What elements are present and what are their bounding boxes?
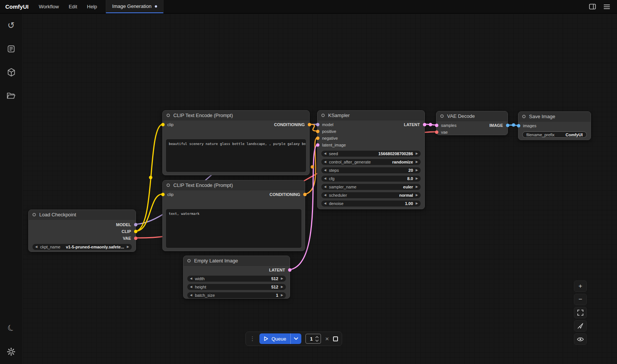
widget-steps[interactable]: ◀ steps 20 ▶ [321, 167, 421, 173]
collapse-dot[interactable] [440, 114, 444, 118]
menu-help[interactable]: Help [82, 0, 102, 13]
widget-control-after-generate[interactable]: ◀ control_after_generate randomize ▶ [321, 159, 421, 165]
zoom-in-button[interactable]: + [574, 281, 587, 292]
collapse-dot[interactable] [321, 114, 325, 117]
node-header[interactable]: KSampler [318, 111, 424, 120]
prompt-textarea[interactable]: text, watermark [166, 209, 301, 248]
widget-prev-icon[interactable]: ◀ [324, 152, 326, 155]
port-latent-image-input[interactable] [316, 143, 319, 147]
widget-next-icon[interactable]: ▶ [416, 185, 418, 188]
widget-sampler-name[interactable]: ◀ sampler_name euler ▶ [321, 184, 421, 190]
port-clip-input[interactable] [161, 123, 165, 126]
hamburger-menu-icon[interactable] [603, 4, 610, 9]
widget-prev-icon[interactable]: ◀ [324, 194, 326, 197]
widget-next-icon[interactable]: ▶ [416, 177, 418, 180]
port-image-output[interactable] [506, 124, 509, 127]
zoom-out-button[interactable]: − [574, 294, 587, 305]
collapse-dot[interactable] [167, 184, 170, 187]
widget-denoise[interactable]: ◀ denoise 1.00 ▶ [321, 201, 421, 207]
widget-next-icon[interactable]: ▶ [416, 202, 418, 205]
widget-prev-icon[interactable]: ◀ [324, 169, 326, 172]
port-vae-input[interactable] [435, 131, 438, 134]
node-clip-text-encode-positive[interactable]: CLIP Text Encode (Prompt) clip CONDITION… [162, 110, 310, 175]
collapse-dot[interactable] [32, 213, 36, 216]
widget-next-icon[interactable]: ▶ [416, 160, 418, 163]
widget-next-icon[interactable]: ▶ [281, 285, 283, 288]
widget-next-icon[interactable]: ▶ [281, 294, 283, 297]
widget-batch-size[interactable]: ◀ batch_size 1 ▶ [187, 292, 286, 298]
node-save-image[interactable]: Save Image images filename_prefix ComfyU… [518, 111, 591, 140]
widget-prev-icon[interactable]: ◀ [190, 294, 192, 297]
collapse-dot[interactable] [187, 259, 191, 262]
port-samples-input[interactable] [435, 124, 438, 127]
widget-prev-icon[interactable]: ◀ [324, 202, 326, 205]
model-library-icon[interactable] [6, 67, 16, 77]
port-positive-input[interactable] [316, 130, 319, 133]
port-conditioning-output[interactable] [308, 123, 311, 126]
widget-seed[interactable]: ◀ seed 156680208700286 ▶ [321, 151, 421, 157]
node-header[interactable]: Save Image [518, 112, 591, 122]
node-ksampler[interactable]: KSampler model LATENT positive negative … [317, 110, 425, 209]
port-negative-input[interactable] [316, 137, 319, 140]
widget-next-icon[interactable]: ▶ [127, 245, 129, 248]
menu-workflow[interactable]: Workflow [34, 0, 64, 13]
stepper-down-icon[interactable] [315, 339, 319, 342]
port-conditioning-output[interactable] [303, 193, 307, 196]
port-images-input[interactable] [517, 124, 520, 128]
stop-icon[interactable] [333, 336, 338, 341]
widget-height[interactable]: ◀ height 512 ▶ [187, 284, 286, 290]
stepper-up-icon[interactable] [315, 336, 319, 338]
widget-next-icon[interactable]: ▶ [416, 152, 418, 155]
history-icon[interactable]: ↺ [6, 20, 16, 30]
widget-prev-icon[interactable]: ◀ [190, 285, 192, 288]
widget-cfg[interactable]: ◀ cfg 8.0 ▶ [321, 176, 421, 182]
port-model-output[interactable] [134, 223, 137, 227]
queue-dropdown-chevron-icon[interactable] [290, 333, 301, 344]
widget-width[interactable]: ◀ width 512 ▶ [187, 276, 286, 282]
widget-next-icon[interactable]: ▶ [281, 277, 283, 280]
widget-prev-icon[interactable]: ◀ [324, 185, 326, 188]
select-mode-button[interactable] [574, 320, 587, 332]
tab-image-generation[interactable]: Image Generation [106, 0, 164, 13]
widget-ckpt-name[interactable]: ◀ ckpt_name v1-5-pruned-emaonly.safete..… [32, 244, 132, 250]
widget-scheduler[interactable]: ◀ scheduler normal ▶ [321, 192, 421, 198]
port-latent-output[interactable] [288, 268, 292, 272]
theme-toggle-moon-icon[interactable]: ☾ [6, 323, 16, 333]
node-empty-latent-image[interactable]: Empty Latent Image LATENT ◀ width 512 ▶ … [183, 256, 290, 299]
node-header[interactable]: VAE Decode [437, 111, 507, 121]
queue-button[interactable]: Queue [259, 333, 301, 344]
menu-edit[interactable]: Edit [64, 0, 82, 13]
prompt-textarea[interactable]: beautiful scenery nature glass bottle la… [166, 139, 306, 172]
batch-count-stepper[interactable]: 1 [305, 334, 321, 344]
widget-prev-icon[interactable]: ◀ [190, 277, 192, 280]
port-model-input[interactable] [316, 123, 319, 126]
widget-next-icon[interactable]: ▶ [416, 169, 418, 172]
node-header[interactable]: Load Checkpoint [29, 210, 136, 220]
toggle-right-panel-icon[interactable] [589, 4, 596, 9]
node-vae-decode[interactable]: VAE Decode samples IMAGE vae [436, 111, 508, 135]
node-load-checkpoint[interactable]: Load Checkpoint MODEL CLIP VAE ◀ ckpt_na… [28, 210, 136, 252]
widget-next-icon[interactable]: ▶ [416, 194, 418, 197]
toggle-link-visibility-button[interactable] [574, 333, 587, 345]
widget-prev-icon[interactable]: ◀ [35, 245, 37, 248]
port-clip-output[interactable] [134, 230, 137, 233]
settings-gear-icon[interactable] [6, 347, 16, 356]
node-graph-canvas[interactable]: Load Checkpoint MODEL CLIP VAE ◀ ckpt_na… [23, 14, 617, 364]
open-workflow-folder-icon[interactable] [6, 91, 16, 100]
widget-prev-icon[interactable]: ◀ [324, 177, 326, 180]
widget-filename-prefix[interactable]: filename_prefix ComfyUI [522, 131, 587, 138]
node-header[interactable]: Empty Latent Image [184, 256, 290, 266]
port-vae-output[interactable] [134, 237, 137, 240]
drag-handle-icon[interactable]: ⋮ [250, 335, 255, 342]
collapse-dot[interactable] [167, 114, 170, 117]
port-latent-output[interactable] [423, 123, 426, 126]
node-clip-text-encode-negative[interactable]: CLIP Text Encode (Prompt) clip CONDITION… [162, 180, 305, 251]
workflows-list-icon[interactable] [6, 44, 16, 54]
node-header[interactable]: CLIP Text Encode (Prompt) [163, 111, 309, 120]
clear-queue-icon[interactable]: × [325, 336, 329, 342]
widget-prev-icon[interactable]: ◀ [324, 160, 326, 163]
collapse-dot[interactable] [522, 115, 526, 118]
fit-view-button[interactable] [574, 307, 587, 318]
port-clip-input[interactable] [161, 193, 165, 196]
node-header[interactable]: CLIP Text Encode (Prompt) [163, 180, 305, 190]
